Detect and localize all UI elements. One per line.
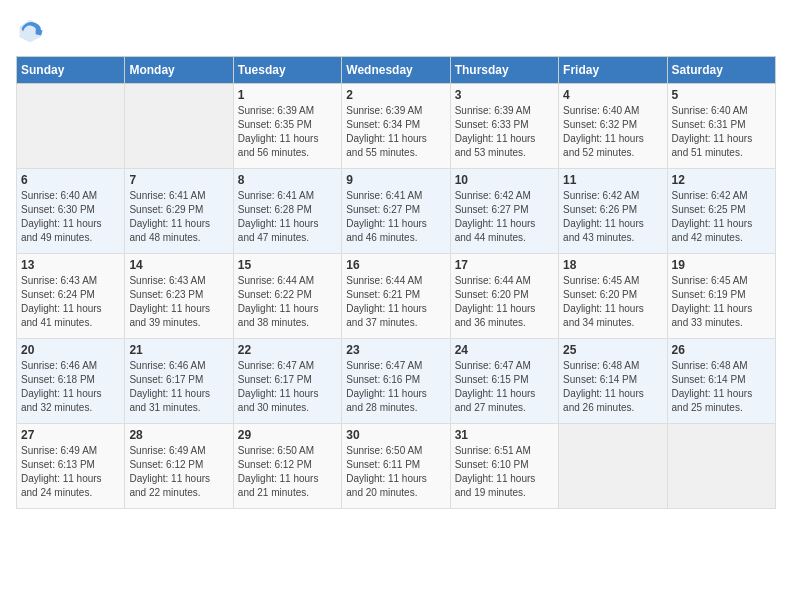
calendar-cell: 26Sunrise: 6:48 AM Sunset: 6:14 PM Dayli… <box>667 339 775 424</box>
day-info: Sunrise: 6:43 AM Sunset: 6:23 PM Dayligh… <box>129 274 228 330</box>
day-info: Sunrise: 6:40 AM Sunset: 6:31 PM Dayligh… <box>672 104 771 160</box>
calendar-cell: 16Sunrise: 6:44 AM Sunset: 6:21 PM Dayli… <box>342 254 450 339</box>
calendar-cell: 24Sunrise: 6:47 AM Sunset: 6:15 PM Dayli… <box>450 339 558 424</box>
day-info: Sunrise: 6:45 AM Sunset: 6:20 PM Dayligh… <box>563 274 662 330</box>
day-number: 15 <box>238 258 337 272</box>
calendar-cell <box>125 84 233 169</box>
day-number: 16 <box>346 258 445 272</box>
day-number: 28 <box>129 428 228 442</box>
day-info: Sunrise: 6:47 AM Sunset: 6:17 PM Dayligh… <box>238 359 337 415</box>
day-number: 14 <box>129 258 228 272</box>
day-number: 8 <box>238 173 337 187</box>
calendar-cell: 14Sunrise: 6:43 AM Sunset: 6:23 PM Dayli… <box>125 254 233 339</box>
day-info: Sunrise: 6:39 AM Sunset: 6:34 PM Dayligh… <box>346 104 445 160</box>
calendar-cell: 8Sunrise: 6:41 AM Sunset: 6:28 PM Daylig… <box>233 169 341 254</box>
day-number: 1 <box>238 88 337 102</box>
day-info: Sunrise: 6:42 AM Sunset: 6:27 PM Dayligh… <box>455 189 554 245</box>
day-info: Sunrise: 6:48 AM Sunset: 6:14 PM Dayligh… <box>672 359 771 415</box>
day-info: Sunrise: 6:49 AM Sunset: 6:13 PM Dayligh… <box>21 444 120 500</box>
calendar-body: 1Sunrise: 6:39 AM Sunset: 6:35 PM Daylig… <box>17 84 776 509</box>
calendar-cell: 19Sunrise: 6:45 AM Sunset: 6:19 PM Dayli… <box>667 254 775 339</box>
day-info: Sunrise: 6:45 AM Sunset: 6:19 PM Dayligh… <box>672 274 771 330</box>
day-number: 13 <box>21 258 120 272</box>
day-number: 31 <box>455 428 554 442</box>
day-number: 20 <box>21 343 120 357</box>
calendar-cell: 5Sunrise: 6:40 AM Sunset: 6:31 PM Daylig… <box>667 84 775 169</box>
day-info: Sunrise: 6:44 AM Sunset: 6:20 PM Dayligh… <box>455 274 554 330</box>
calendar-cell <box>17 84 125 169</box>
week-row-4: 20Sunrise: 6:46 AM Sunset: 6:18 PM Dayli… <box>17 339 776 424</box>
day-info: Sunrise: 6:39 AM Sunset: 6:35 PM Dayligh… <box>238 104 337 160</box>
day-number: 29 <box>238 428 337 442</box>
day-number: 9 <box>346 173 445 187</box>
week-row-5: 27Sunrise: 6:49 AM Sunset: 6:13 PM Dayli… <box>17 424 776 509</box>
calendar-header: SundayMondayTuesdayWednesdayThursdayFrid… <box>17 57 776 84</box>
day-info: Sunrise: 6:39 AM Sunset: 6:33 PM Dayligh… <box>455 104 554 160</box>
logo <box>16 16 48 44</box>
day-info: Sunrise: 6:47 AM Sunset: 6:15 PM Dayligh… <box>455 359 554 415</box>
day-info: Sunrise: 6:50 AM Sunset: 6:12 PM Dayligh… <box>238 444 337 500</box>
calendar-cell: 29Sunrise: 6:50 AM Sunset: 6:12 PM Dayli… <box>233 424 341 509</box>
calendar-cell: 20Sunrise: 6:46 AM Sunset: 6:18 PM Dayli… <box>17 339 125 424</box>
calendar-cell: 18Sunrise: 6:45 AM Sunset: 6:20 PM Dayli… <box>559 254 667 339</box>
header-saturday: Saturday <box>667 57 775 84</box>
day-number: 18 <box>563 258 662 272</box>
day-number: 5 <box>672 88 771 102</box>
logo-icon <box>16 16 44 44</box>
calendar-cell <box>559 424 667 509</box>
day-info: Sunrise: 6:40 AM Sunset: 6:32 PM Dayligh… <box>563 104 662 160</box>
calendar-cell: 12Sunrise: 6:42 AM Sunset: 6:25 PM Dayli… <box>667 169 775 254</box>
day-number: 10 <box>455 173 554 187</box>
day-info: Sunrise: 6:42 AM Sunset: 6:26 PM Dayligh… <box>563 189 662 245</box>
day-info: Sunrise: 6:44 AM Sunset: 6:22 PM Dayligh… <box>238 274 337 330</box>
header-monday: Monday <box>125 57 233 84</box>
header-friday: Friday <box>559 57 667 84</box>
day-info: Sunrise: 6:41 AM Sunset: 6:28 PM Dayligh… <box>238 189 337 245</box>
calendar-cell: 2Sunrise: 6:39 AM Sunset: 6:34 PM Daylig… <box>342 84 450 169</box>
day-number: 22 <box>238 343 337 357</box>
day-info: Sunrise: 6:47 AM Sunset: 6:16 PM Dayligh… <box>346 359 445 415</box>
calendar-cell: 15Sunrise: 6:44 AM Sunset: 6:22 PM Dayli… <box>233 254 341 339</box>
calendar-cell: 4Sunrise: 6:40 AM Sunset: 6:32 PM Daylig… <box>559 84 667 169</box>
day-number: 3 <box>455 88 554 102</box>
day-number: 4 <box>563 88 662 102</box>
day-info: Sunrise: 6:49 AM Sunset: 6:12 PM Dayligh… <box>129 444 228 500</box>
day-info: Sunrise: 6:42 AM Sunset: 6:25 PM Dayligh… <box>672 189 771 245</box>
day-number: 27 <box>21 428 120 442</box>
day-number: 7 <box>129 173 228 187</box>
calendar-cell: 25Sunrise: 6:48 AM Sunset: 6:14 PM Dayli… <box>559 339 667 424</box>
day-number: 26 <box>672 343 771 357</box>
calendar-cell: 31Sunrise: 6:51 AM Sunset: 6:10 PM Dayli… <box>450 424 558 509</box>
day-number: 25 <box>563 343 662 357</box>
calendar-cell: 21Sunrise: 6:46 AM Sunset: 6:17 PM Dayli… <box>125 339 233 424</box>
header-tuesday: Tuesday <box>233 57 341 84</box>
calendar-cell: 28Sunrise: 6:49 AM Sunset: 6:12 PM Dayli… <box>125 424 233 509</box>
day-number: 24 <box>455 343 554 357</box>
week-row-2: 6Sunrise: 6:40 AM Sunset: 6:30 PM Daylig… <box>17 169 776 254</box>
calendar-cell: 7Sunrise: 6:41 AM Sunset: 6:29 PM Daylig… <box>125 169 233 254</box>
day-info: Sunrise: 6:50 AM Sunset: 6:11 PM Dayligh… <box>346 444 445 500</box>
day-number: 17 <box>455 258 554 272</box>
day-info: Sunrise: 6:41 AM Sunset: 6:29 PM Dayligh… <box>129 189 228 245</box>
calendar-cell: 22Sunrise: 6:47 AM Sunset: 6:17 PM Dayli… <box>233 339 341 424</box>
day-number: 12 <box>672 173 771 187</box>
day-info: Sunrise: 6:43 AM Sunset: 6:24 PM Dayligh… <box>21 274 120 330</box>
calendar-cell: 10Sunrise: 6:42 AM Sunset: 6:27 PM Dayli… <box>450 169 558 254</box>
day-number: 2 <box>346 88 445 102</box>
day-number: 19 <box>672 258 771 272</box>
day-number: 11 <box>563 173 662 187</box>
calendar-cell: 30Sunrise: 6:50 AM Sunset: 6:11 PM Dayli… <box>342 424 450 509</box>
calendar-cell: 3Sunrise: 6:39 AM Sunset: 6:33 PM Daylig… <box>450 84 558 169</box>
header-wednesday: Wednesday <box>342 57 450 84</box>
day-number: 23 <box>346 343 445 357</box>
calendar-cell: 13Sunrise: 6:43 AM Sunset: 6:24 PM Dayli… <box>17 254 125 339</box>
calendar-cell: 27Sunrise: 6:49 AM Sunset: 6:13 PM Dayli… <box>17 424 125 509</box>
header-row: SundayMondayTuesdayWednesdayThursdayFrid… <box>17 57 776 84</box>
calendar-cell: 11Sunrise: 6:42 AM Sunset: 6:26 PM Dayli… <box>559 169 667 254</box>
day-info: Sunrise: 6:40 AM Sunset: 6:30 PM Dayligh… <box>21 189 120 245</box>
calendar-cell: 23Sunrise: 6:47 AM Sunset: 6:16 PM Dayli… <box>342 339 450 424</box>
calendar-cell <box>667 424 775 509</box>
day-number: 30 <box>346 428 445 442</box>
day-info: Sunrise: 6:46 AM Sunset: 6:18 PM Dayligh… <box>21 359 120 415</box>
day-number: 21 <box>129 343 228 357</box>
